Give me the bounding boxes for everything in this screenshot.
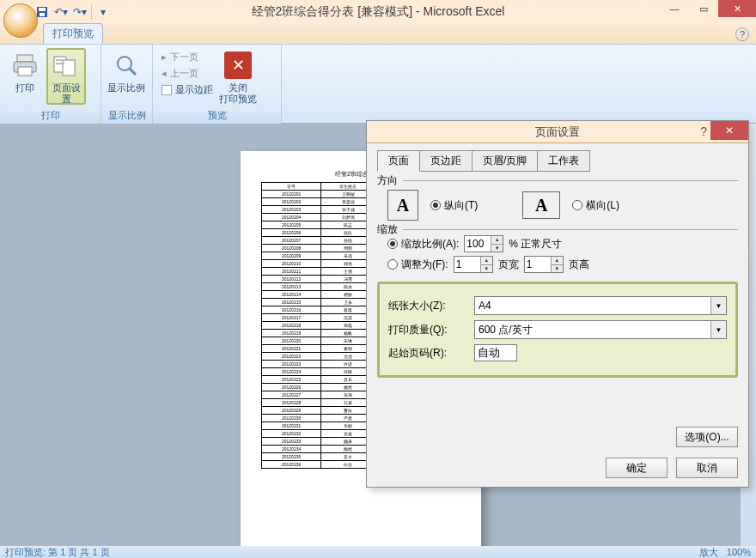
scale-radio[interactable]: 缩放比例(A): — [387, 237, 459, 252]
chevron-down-icon: ▼ — [710, 321, 726, 338]
ribbon: 打印 页面设置 打印 显示比例 显示比例 ▸下一页 ◂上一页 显示边距 ✕ — [0, 45, 756, 124]
svg-rect-9 — [56, 63, 64, 64]
options-button[interactable]: 选项(O)... — [676, 427, 738, 447]
status-bar: 打印预览: 第 1 页 共 1 页 放大 100% — [0, 546, 756, 558]
spinner-up-icon[interactable]: ▲ — [480, 257, 492, 265]
tab-strip: 打印预览 ? — [0, 24, 756, 45]
fit-width-input[interactable]: ▲▼ — [454, 256, 493, 273]
landscape-radio[interactable]: 横向(L) — [572, 198, 619, 213]
zoom-button[interactable]: 显示比例 — [107, 48, 146, 105]
checkbox-icon — [162, 85, 172, 95]
first-page-input[interactable] — [474, 344, 517, 361]
spinner-up-icon[interactable]: ▲ — [551, 257, 563, 265]
undo-icon[interactable]: ↶▾ — [53, 4, 69, 20]
close-preview-button[interactable]: ✕ 关闭打印预览 — [218, 48, 258, 105]
spinner-down-icon[interactable]: ▼ — [491, 245, 503, 252]
tab-print-preview[interactable]: 打印预览 — [43, 23, 103, 44]
dialog-help-icon[interactable]: ? — [700, 124, 707, 138]
magnifier-icon — [113, 52, 140, 79]
print-quality-combo[interactable]: 600 点/英寸▼ — [474, 320, 727, 339]
radio-icon — [572, 200, 582, 210]
status-zoom-label: 放大 — [699, 546, 718, 559]
print-quality-label: 打印质量(Q): — [388, 323, 467, 337]
svg-rect-8 — [56, 59, 64, 61]
window-close-button[interactable]: ✕ — [718, 0, 756, 17]
printer-icon — [11, 52, 39, 79]
first-page-label: 起始页码(R): — [388, 346, 467, 361]
maximize-button[interactable]: ▭ — [689, 0, 718, 17]
svg-point-10 — [118, 57, 131, 70]
fit-height-input[interactable]: ▲▼ — [524, 256, 564, 273]
page-setup-dialog: 页面设置 ? ✕ 页面 页边距 页眉/页脚 工作表 方向 A 纵向(T) A 横… — [366, 120, 749, 488]
page-setup-icon — [52, 53, 80, 79]
landscape-preview-icon: A — [522, 191, 560, 219]
ok-button[interactable]: 确定 — [606, 458, 668, 478]
redo-icon[interactable]: ↷▾ — [72, 4, 88, 20]
page-setup-button[interactable]: 页面设置 — [46, 48, 86, 105]
group-print-label: 打印 — [0, 108, 101, 124]
tab-page[interactable]: 页面 — [377, 150, 420, 172]
spinner-up-icon[interactable]: ▲ — [491, 236, 503, 245]
next-page-button: ▸下一页 — [158, 50, 216, 64]
fit-radio[interactable]: 调整为(F): — [387, 258, 448, 272]
radio-icon — [387, 239, 398, 249]
cancel-button[interactable]: 取消 — [676, 458, 738, 478]
titlebar: ↶▾ ↷▾ ▾ 经管2班综合得分表 [兼容模式] - Microsoft Exc… — [0, 0, 756, 24]
office-button[interactable] — [3, 3, 38, 38]
portrait-preview-icon: A — [387, 190, 418, 221]
tab-sheet[interactable]: 工作表 — [537, 150, 590, 172]
portrait-radio[interactable]: 纵向(T) — [430, 198, 478, 213]
window-title: 经管2班综合得分表 [兼容模式] - Microsoft Excel — [252, 4, 505, 20]
minimize-button[interactable]: — — [660, 0, 689, 17]
print-button[interactable]: 打印 — [5, 48, 45, 105]
svg-rect-2 — [40, 13, 45, 16]
orientation-legend: 方向 — [377, 173, 403, 188]
highlighted-settings: 纸张大小(Z): A4▼ 打印质量(Q): 600 点/英寸▼ 起始页码(R): — [377, 282, 738, 378]
group-preview-label: 预览 — [153, 108, 281, 124]
spinner-down-icon[interactable]: ▼ — [480, 265, 492, 273]
svg-line-11 — [130, 69, 136, 75]
svg-rect-3 — [17, 55, 33, 62]
paper-size-combo[interactable]: A4▼ — [474, 296, 727, 315]
show-margins-checkbox[interactable]: 显示边距 — [158, 82, 216, 97]
svg-rect-1 — [39, 8, 46, 11]
dialog-tabs: 页面 页边距 页眉/页脚 工作表 — [377, 150, 738, 172]
arrow-down-icon: ▸ — [162, 52, 167, 63]
radio-icon — [430, 200, 441, 210]
arrow-up-icon: ◂ — [162, 68, 167, 79]
radio-icon — [387, 259, 398, 270]
scale-value-input[interactable]: ▲▼ — [464, 235, 503, 252]
help-icon[interactable]: ? — [735, 27, 749, 41]
paper-size-label: 纸张大小(Z): — [388, 299, 467, 313]
tab-header-footer[interactable]: 页眉/页脚 — [472, 150, 538, 172]
spinner-down-icon[interactable]: ▼ — [551, 265, 563, 273]
prev-page-button: ◂上一页 — [158, 66, 216, 81]
svg-rect-5 — [18, 67, 32, 76]
group-zoom-label: 显示比例 — [101, 108, 152, 124]
status-left: 打印预览: 第 1 页 共 1 页 — [5, 546, 110, 559]
svg-rect-7 — [63, 60, 75, 76]
dialog-caption: 页面设置 — [535, 124, 580, 140]
tab-margins[interactable]: 页边距 — [419, 150, 472, 172]
qat-dropdown-icon[interactable]: ▾ — [95, 4, 111, 20]
dialog-titlebar: 页面设置 ? ✕ — [367, 121, 748, 143]
dialog-close-button[interactable]: ✕ — [710, 121, 748, 140]
chevron-down-icon: ▼ — [710, 297, 726, 314]
close-icon: ✕ — [224, 52, 252, 79]
scaling-legend: 缩放 — [377, 222, 403, 237]
status-zoom-value: 100% — [727, 547, 751, 557]
